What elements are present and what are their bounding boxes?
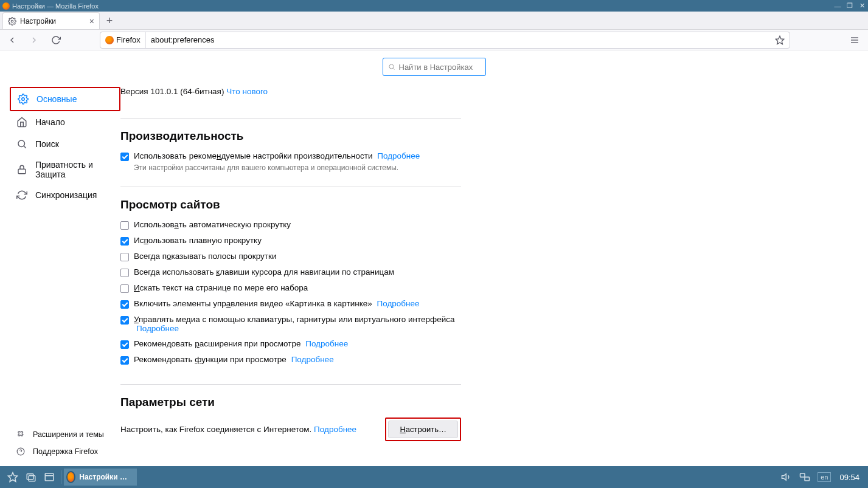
browsing-checkbox-7[interactable] (120, 340, 129, 349)
taskbar-task-label: Настройки — Mozi… (79, 473, 131, 481)
svg-rect-10 (18, 169, 26, 174)
browsing-row: Всегда использовать клавиши курсора для … (120, 267, 461, 277)
perf-recommended-label: Использовать рекомендуемые настройки про… (134, 151, 420, 160)
browsing-checkbox-1[interactable] (120, 237, 129, 246)
window-close-button[interactable]: ✕ (856, 0, 868, 12)
back-button[interactable] (5, 33, 19, 47)
main-panel: Версия 101.0.1 (64-битная) Что нового Пр… (120, 50, 868, 466)
version-row: Версия 101.0.1 (64-битная) Что нового (120, 87, 461, 96)
browsing-row: Всегда показывать полосы прокрутки (120, 252, 461, 261)
preferences-search[interactable] (383, 58, 486, 76)
browsing-row: Включить элементы управления видео «Карт… (120, 299, 461, 309)
lock-icon (16, 163, 28, 176)
learn-more-link[interactable]: Подробнее (291, 355, 334, 364)
network-settings-button[interactable]: Настроить… (388, 421, 458, 438)
browsing-label-2: Всегда показывать полосы прокрутки (134, 252, 276, 261)
url-text: about:preferences (146, 35, 770, 44)
bookmark-star-icon[interactable] (770, 35, 790, 45)
browsing-checkbox-6[interactable] (120, 316, 129, 325)
home-icon (16, 116, 28, 128)
browsing-row: Управлять медиа с помощью клавиатуры, га… (120, 315, 461, 333)
svg-point-0 (11, 20, 13, 22)
question-icon (16, 447, 26, 456)
category-label: Приватность и Защита (35, 160, 114, 179)
network-text: Настроить, как Firefox соединяется с Инт… (120, 425, 356, 434)
tab-label: Настройки (20, 17, 56, 26)
browsing-label-5: Включить элементы управления видео «Карт… (134, 299, 420, 308)
new-tab-button[interactable]: + (101, 12, 118, 29)
puzzle-icon (16, 430, 26, 439)
svg-marker-1 (776, 36, 783, 44)
tab-close-button[interactable]: × (89, 17, 94, 26)
browsing-row: Рекомендовать расширения при просмотре П… (120, 339, 461, 349)
browsing-row: Использовать плавную прокрутку (120, 236, 461, 246)
preferences-content: Основные Начало Поиск Приватность и Защи… (0, 50, 868, 466)
gear-icon (17, 93, 29, 105)
category-label: Начало (35, 117, 65, 127)
window-maximize-button[interactable]: ❐ (844, 0, 856, 12)
svg-marker-13 (9, 473, 18, 482)
category-sync[interactable]: Синхронизация (10, 184, 120, 206)
start-menu-button[interactable] (4, 468, 22, 486)
perf-desc: Эти настройки рассчитаны для вашего комп… (134, 163, 461, 172)
identity-label: Firefox (116, 35, 141, 44)
categories-sidebar: Основные Начало Поиск Приватность и Защи… (0, 50, 120, 466)
svg-point-7 (22, 98, 25, 101)
browsing-heading: Просмотр сайтов (120, 198, 461, 211)
svg-rect-19 (800, 473, 805, 477)
svg-line-6 (393, 68, 394, 69)
task-view-button[interactable] (22, 468, 40, 486)
category-label: Поиск (35, 139, 59, 149)
browsing-label-7: Рекомендовать расширения при просмотре П… (134, 339, 348, 348)
os-taskbar: Настройки — Mozi… en 09:54 (0, 466, 868, 488)
browsing-checkbox-3[interactable] (120, 269, 129, 277)
learn-more-link[interactable]: Подробнее (377, 299, 420, 308)
app-menu-button[interactable] (846, 32, 863, 49)
learn-more-link[interactable]: Подробнее (314, 425, 356, 434)
learn-more-link[interactable]: Подробнее (305, 339, 348, 348)
browsing-checkbox-5[interactable] (120, 300, 129, 309)
tab-settings[interactable]: Настройки × (2, 12, 100, 29)
whats-new-link[interactable]: Что нового (226, 87, 268, 96)
reload-button[interactable] (49, 33, 63, 47)
learn-more-link[interactable]: Подробнее (377, 151, 420, 160)
svg-rect-14 (27, 474, 33, 479)
perf-recommended-checkbox[interactable] (120, 153, 129, 161)
firefox-logo-icon (2, 2, 10, 10)
network-icon[interactable] (796, 468, 814, 486)
category-search[interactable]: Поиск (10, 133, 120, 155)
urlbar[interactable]: Firefox about:preferences (100, 32, 790, 49)
perf-recommended-row: Использовать рекомендуемые настройки про… (120, 151, 461, 161)
gear-icon (8, 17, 16, 26)
category-general[interactable]: Основные (10, 87, 120, 111)
search-input[interactable] (399, 63, 481, 72)
browsing-label-0: Использовать автоматическую прокрутку (134, 220, 291, 229)
svg-point-8 (18, 140, 25, 147)
category-home[interactable]: Начало (10, 111, 120, 133)
taskbar-firefox-task[interactable]: Настройки — Mozi… (64, 469, 137, 486)
tabstrip: Настройки × + (0, 12, 868, 30)
network-heading: Параметры сети (120, 396, 461, 409)
browsing-label-3: Всегда использовать клавиши курсора для … (134, 267, 394, 277)
volume-icon[interactable] (777, 468, 796, 486)
forward-button[interactable] (27, 33, 41, 47)
taskbar-clock[interactable]: 09:54 (839, 473, 859, 482)
svg-rect-15 (29, 476, 35, 481)
browsing-checkbox-4[interactable] (120, 284, 129, 293)
support-label: Поддержка Firefox (33, 447, 98, 456)
identity-box[interactable]: Firefox (100, 32, 146, 48)
window-minimize-button[interactable]: — (832, 0, 844, 12)
support-link[interactable]: Поддержка Firefox (10, 443, 120, 460)
extensions-link[interactable]: Расширения и темы (10, 426, 120, 443)
search-icon (388, 63, 395, 70)
browsing-checkbox-2[interactable] (120, 253, 129, 261)
file-manager-button[interactable] (40, 468, 58, 486)
browsing-row: Искать текст на странице по мере его наб… (120, 283, 461, 293)
learn-more-link[interactable]: Подробнее (136, 324, 179, 333)
browsing-label-1: Использовать плавную прокрутку (134, 236, 262, 245)
sync-icon (16, 189, 28, 201)
keyboard-lang-indicator[interactable]: en (818, 472, 831, 482)
category-privacy[interactable]: Приватность и Защита (10, 155, 120, 184)
browsing-checkbox-0[interactable] (120, 221, 129, 230)
browsing-checkbox-8[interactable] (120, 356, 129, 365)
